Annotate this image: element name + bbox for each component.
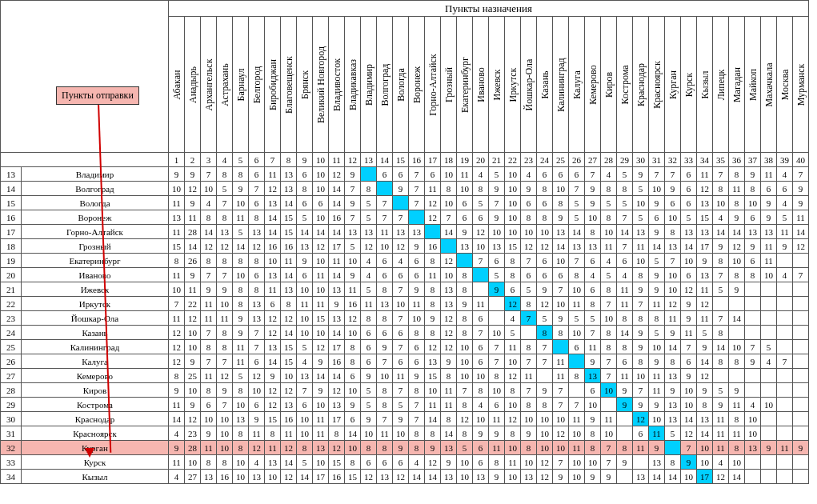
data-cell xyxy=(777,412,793,426)
data-cell: 8 xyxy=(601,340,617,354)
data-cell: 11 xyxy=(457,167,473,182)
data-cell: 6 xyxy=(585,254,601,268)
data-cell xyxy=(777,398,793,412)
data-cell: 9 xyxy=(601,470,617,484)
row-index: 25 xyxy=(1,340,22,354)
data-cell: 8 xyxy=(345,340,361,354)
data-cell: 15 xyxy=(281,354,297,369)
data-cell: 12 xyxy=(281,383,297,398)
data-cell: 8 xyxy=(233,167,249,182)
col-number: 31 xyxy=(649,153,665,167)
data-cell xyxy=(745,326,761,340)
row-index: 16 xyxy=(1,210,22,225)
data-cell: 6 xyxy=(377,326,393,340)
data-cell: 8 xyxy=(537,398,553,412)
data-cell: 11 xyxy=(553,354,569,369)
data-cell: 10 xyxy=(649,412,665,426)
data-cell: 10 xyxy=(665,282,681,297)
data-cell: 9 xyxy=(649,441,665,455)
data-cell: 5 xyxy=(761,340,777,354)
data-cell: 9 xyxy=(441,354,457,369)
data-cell: 12 xyxy=(393,470,409,484)
data-cell: 5 xyxy=(633,182,649,196)
data-cell: 6 xyxy=(537,167,553,182)
data-cell: 11 xyxy=(649,426,665,441)
row-name: Иваново xyxy=(22,268,169,282)
data-cell xyxy=(777,311,793,326)
data-cell: 10 xyxy=(649,182,665,196)
row-name: Кызыл xyxy=(22,470,169,484)
data-cell: 12 xyxy=(265,326,281,340)
data-cell: 8 xyxy=(713,182,729,196)
data-cell xyxy=(665,441,681,455)
data-cell: 11 xyxy=(697,167,713,182)
col-number: 9 xyxy=(297,153,313,167)
data-cell: 8 xyxy=(329,426,345,441)
data-cell: 8 xyxy=(217,254,233,268)
data-cell: 9 xyxy=(393,441,409,455)
data-cell: 11 xyxy=(649,297,665,311)
data-cell: 5 xyxy=(489,167,505,182)
data-cell: 12 xyxy=(665,297,681,311)
col-header-label: Великий Новгород xyxy=(314,46,326,122)
data-cell: 9 xyxy=(633,340,649,354)
data-cell: 8 xyxy=(233,282,249,297)
col-header-label: Барнаул xyxy=(234,68,246,101)
data-cell: 13 xyxy=(585,239,601,254)
data-cell: 8 xyxy=(425,254,441,268)
data-cell: 11 xyxy=(681,326,697,340)
data-cell: 10 xyxy=(585,210,601,225)
data-cell: 7 xyxy=(553,398,569,412)
data-cell xyxy=(745,282,761,297)
data-cell: 10 xyxy=(537,426,553,441)
data-cell: 11 xyxy=(185,210,201,225)
data-cell: 14 xyxy=(345,426,361,441)
data-cell: 13 xyxy=(377,470,393,484)
data-cell: 11 xyxy=(697,311,713,326)
table-row: 26Калуга12977116141549168676613910671077… xyxy=(1,354,809,369)
data-cell: 12 xyxy=(505,412,521,426)
data-cell: 10 xyxy=(457,340,473,354)
data-cell: 10 xyxy=(441,167,457,182)
data-cell: 12 xyxy=(345,311,361,326)
data-cell xyxy=(777,326,793,340)
data-cell: 5 xyxy=(633,210,649,225)
data-cell: 13 xyxy=(425,354,441,369)
col-header-label: Волгоград xyxy=(378,63,390,106)
data-cell: 7 xyxy=(553,282,569,297)
data-cell: 12 xyxy=(441,326,457,340)
data-cell xyxy=(793,455,809,470)
data-cell: 13 xyxy=(441,297,457,311)
data-cell: 8 xyxy=(601,282,617,297)
data-cell: 8 xyxy=(585,441,601,455)
data-cell: 11 xyxy=(425,268,441,282)
data-cell: 13 xyxy=(233,412,249,426)
data-cell: 12 xyxy=(185,311,201,326)
data-cell: 7 xyxy=(633,297,649,311)
data-cell: 10 xyxy=(473,412,489,426)
col-number: 6 xyxy=(249,153,265,167)
data-cell xyxy=(617,470,633,484)
data-cell: 12 xyxy=(265,383,281,398)
data-cell: 7 xyxy=(521,354,537,369)
data-cell xyxy=(633,455,649,470)
data-cell: 13 xyxy=(281,282,297,297)
col-header-32: Курган xyxy=(665,17,681,153)
data-cell: 10 xyxy=(569,426,585,441)
row-index: 19 xyxy=(1,254,22,268)
data-cell: 11 xyxy=(425,398,441,412)
table-row: 24Казань12107897121410101410666881287105… xyxy=(1,326,809,340)
data-cell: 4 xyxy=(201,196,217,210)
data-cell: 14 xyxy=(281,196,297,210)
data-cell: 15 xyxy=(281,340,297,354)
col-header-18: Грозный xyxy=(441,17,457,153)
data-cell: 9 xyxy=(697,383,713,398)
data-cell: 9 xyxy=(681,311,697,326)
data-cell: 10 xyxy=(601,426,617,441)
data-cell: 8 xyxy=(617,340,633,354)
col-header-label: Грозный xyxy=(443,67,455,102)
data-cell: 7 xyxy=(617,210,633,225)
data-cell: 11 xyxy=(265,167,281,182)
data-cell: 8 xyxy=(297,182,313,196)
data-cell: 5 xyxy=(681,210,697,225)
